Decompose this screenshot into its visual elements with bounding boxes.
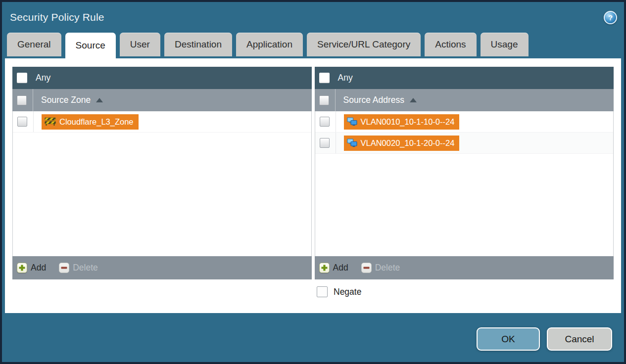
add-address-button[interactable]: Add (319, 263, 348, 273)
source-address-list: VLAN0010_10-1-10-0--24 (315, 111, 614, 256)
dialog-title: Security Policy Rule (10, 11, 104, 23)
minus-icon (361, 263, 372, 273)
help-icon[interactable]: ? (604, 11, 617, 24)
source-zone-panel: Any Source Zone (12, 67, 312, 279)
source-address-column-header: Source Address (315, 89, 614, 111)
source-address-any-label: Any (338, 73, 353, 83)
list-item[interactable]: VLAN0020_10-1-20-0--24 (315, 133, 614, 154)
address-entry-label: VLAN0020_10-1-20-0--24 (361, 138, 455, 148)
address-entry-chip[interactable]: VLAN0020_10-1-20-0--24 (344, 136, 460, 151)
source-address-any-row: Any (315, 67, 614, 89)
delete-label: Delete (73, 263, 98, 273)
dialog-button-bar: OK Cancel (2, 313, 624, 362)
delete-zone-button[interactable]: Delete (59, 263, 98, 273)
zone-entry-label: Cloudflare_L3_Zone (59, 117, 134, 127)
zone-icon (45, 117, 56, 126)
row-checkbox[interactable] (320, 117, 330, 127)
list-item[interactable]: VLAN0010_10-1-10-0--24 (315, 111, 614, 133)
zone-entry-chip[interactable]: Cloudflare_L3_Zone (42, 114, 139, 130)
tab-actions[interactable]: Actions (425, 33, 476, 56)
tab-bar: General Source User Destination Applicat… (2, 33, 624, 58)
delete-label: Delete (375, 263, 400, 273)
row-checkbox[interactable] (320, 138, 330, 148)
add-zone-button[interactable]: Add (17, 263, 46, 273)
negate-label: Negate (334, 287, 361, 297)
tab-usage[interactable]: Usage (481, 33, 529, 56)
plus-icon (17, 263, 27, 273)
source-address-select-all-checkbox[interactable] (319, 95, 329, 105)
row-checkbox[interactable] (17, 117, 27, 127)
source-zone-any-row: Any (12, 67, 312, 89)
address-entry-label: VLAN0010_10-1-10-0--24 (361, 117, 455, 127)
source-address-any-checkbox[interactable] (319, 73, 330, 83)
source-zone-any-label: Any (36, 73, 50, 83)
delete-address-button[interactable]: Delete (361, 263, 400, 273)
source-address-column-label[interactable]: Source Address (343, 95, 405, 105)
source-zone-list: Cloudflare_L3_Zone (12, 111, 312, 256)
source-zone-select-all-checkbox[interactable] (17, 95, 27, 105)
source-zone-column-label[interactable]: Source Zone (41, 95, 91, 105)
tab-user[interactable]: User (120, 33, 160, 56)
negate-checkbox[interactable] (317, 286, 328, 297)
cancel-button[interactable]: Cancel (547, 327, 612, 351)
source-tab-content: Any Source Zone (5, 58, 621, 313)
address-icon (347, 117, 357, 126)
tab-service-url-category[interactable]: Service/URL Category (307, 33, 421, 56)
address-icon (347, 138, 357, 147)
tab-general[interactable]: General (7, 33, 61, 56)
source-zone-footer: Add Delete (12, 256, 312, 279)
minus-icon (59, 263, 69, 273)
source-zone-any-checkbox[interactable] (17, 73, 27, 83)
security-policy-rule-dialog: Security Policy Rule ? General Source Us… (0, 0, 626, 364)
add-label: Add (333, 263, 348, 273)
ok-button[interactable]: OK (477, 327, 540, 351)
tab-destination[interactable]: Destination (164, 33, 232, 56)
titlebar: Security Policy Rule ? (2, 2, 624, 33)
sort-ascending-icon (96, 98, 103, 102)
source-zone-column-header: Source Zone (12, 89, 312, 111)
tab-application[interactable]: Application (236, 33, 303, 56)
negate-row: Negate (317, 286, 614, 297)
add-label: Add (31, 263, 46, 273)
plus-icon (319, 263, 330, 273)
list-item[interactable]: Cloudflare_L3_Zone (13, 111, 311, 133)
sort-ascending-icon (410, 98, 417, 102)
source-address-panel: Any Source Address (315, 67, 614, 279)
tab-source[interactable]: Source (65, 33, 116, 58)
source-address-footer: Add Delete (315, 256, 614, 279)
address-entry-chip[interactable]: VLAN0010_10-1-10-0--24 (344, 114, 460, 130)
